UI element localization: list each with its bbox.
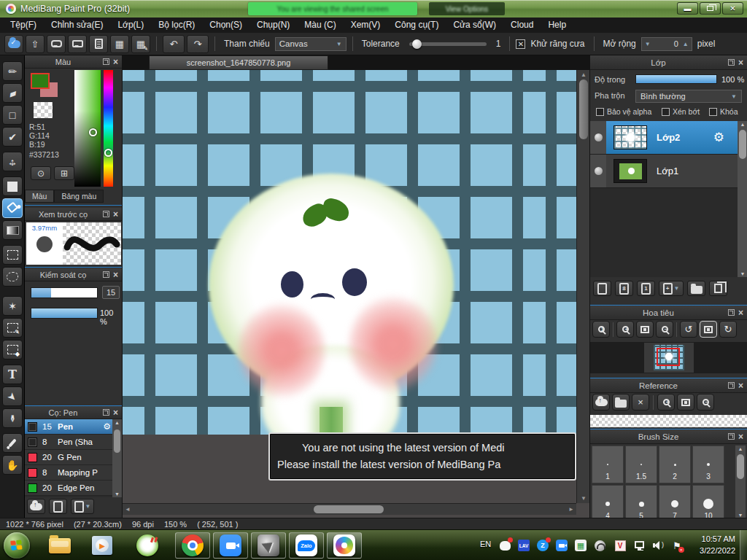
menu-select[interactable]: Chọn(S) (202, 18, 249, 33)
brush-list-scrollbar[interactable]: ▲ ▼ (112, 419, 122, 497)
reference-cloud-button[interactable] (592, 394, 610, 411)
start-button[interactable] (4, 532, 30, 559)
popout-icon[interactable] (103, 58, 109, 65)
menu-snap[interactable]: Chụp(N) (249, 18, 297, 33)
lasso-tool[interactable] (2, 267, 23, 287)
tolerance-slider[interactable] (409, 42, 487, 46)
tab-color[interactable]: Màu (25, 190, 54, 203)
reference-clear-button[interactable]: × (632, 394, 649, 411)
layer-list-scrollbar[interactable]: ▲ ▼ (738, 121, 747, 277)
size-cell-4[interactable]: 4 (592, 485, 624, 518)
expand-spinner[interactable]: ▼ 0 ▲ (641, 37, 692, 51)
layer-folder-button[interactable] (687, 281, 705, 296)
zoom-in-button[interactable]: + (616, 321, 634, 338)
menu-layer[interactable]: Lớp(L) (110, 18, 151, 33)
brush-cloud-button[interactable] (27, 499, 45, 514)
document-button[interactable] (89, 35, 108, 53)
menu-window[interactable]: Cửa sổ(W) (446, 18, 503, 33)
scroll-down-icon[interactable]: ▼ (738, 271, 747, 276)
scroll-left-icon[interactable]: ◄ (125, 506, 131, 513)
rotate-ccw-button[interactable]: ↺ (680, 321, 697, 338)
stylus-tool[interactable]: ✒ (2, 408, 23, 428)
layer-opacity-slider[interactable] (635, 74, 717, 84)
reset-rotation-button[interactable] (700, 321, 717, 338)
menu-cloud[interactable]: Cloud (503, 18, 541, 33)
scrollbar-thumb[interactable] (737, 454, 744, 479)
taskbar-chrome[interactable] (175, 532, 210, 559)
add-layer-menu-button[interactable]: +▼ (659, 281, 684, 296)
text-tool[interactable]: T (2, 365, 23, 384)
tray-action-center[interactable]: ⚑× (671, 540, 683, 551)
scroll-up-icon[interactable]: ▲ (112, 420, 122, 425)
close-icon[interactable]: × (738, 381, 743, 390)
new-1bit-layer-button[interactable]: 1 (637, 281, 655, 296)
select-eraser-tool[interactable]: ◆ (2, 340, 23, 359)
canvas-horizontal-scrollbar[interactable]: ◄ ► (123, 503, 576, 515)
spinner-down-icon[interactable]: ▼ (645, 41, 651, 47)
navigator-thumbnail[interactable] (644, 343, 694, 373)
zoom-100-button[interactable]: 1 (592, 321, 610, 338)
scroll-up-icon[interactable]: ▲ (738, 122, 747, 127)
close-icon[interactable]: × (738, 58, 743, 67)
select-pen-tool[interactable]: ✎ (2, 318, 23, 338)
sv-cursor[interactable] (89, 128, 97, 136)
tray-app-grid[interactable]: ▦ (575, 540, 587, 551)
eraser-tool[interactable]: ▰ (2, 83, 23, 103)
popout-icon[interactable] (103, 409, 109, 416)
upload-button[interactable]: ⇧ (26, 35, 44, 53)
reference-fit-button[interactable] (677, 394, 694, 411)
tray-network[interactable] (633, 540, 645, 551)
fill-rect-tool[interactable] (2, 176, 23, 196)
popout-icon[interactable] (728, 309, 735, 316)
menu-file[interactable]: Tệp(F) (3, 18, 44, 33)
close-button[interactable]: ✕ (722, 2, 743, 15)
tray-mouse-utility[interactable] (594, 540, 605, 551)
eyedropper-tool[interactable] (2, 433, 23, 453)
popout-icon[interactable] (728, 59, 735, 66)
gradient-tool[interactable] (2, 220, 23, 240)
popout-icon[interactable] (728, 382, 735, 389)
cloud-sync-button[interactable] (4, 35, 23, 53)
taskbar-coccoc[interactable] (133, 532, 162, 559)
rotate-cw-button[interactable]: ↻ (719, 321, 737, 338)
menu-edit[interactable]: Chỉnh sửa(E) (44, 18, 110, 33)
timeline-button[interactable]: ▦ (110, 35, 129, 53)
bucket-tool[interactable] (2, 198, 23, 218)
scrollbar-thumb[interactable] (114, 429, 120, 453)
protect-alpha-checkbox[interactable]: Bảo vệ alpha (596, 107, 651, 116)
clipping-checkbox[interactable]: Xén bớt (662, 107, 700, 116)
scroll-right-icon[interactable]: ► (568, 506, 574, 513)
reference-zoom-out-button[interactable]: − (697, 394, 714, 411)
reference-zoom-in-button[interactable]: + (657, 394, 675, 411)
popout-icon[interactable] (728, 433, 735, 440)
minimize-button[interactable]: ▬ (677, 2, 698, 15)
scrollbar-thumb[interactable] (314, 505, 384, 513)
polyline-tool[interactable]: ✔ (2, 127, 23, 147)
move-tool[interactable]: ↔↕ (2, 152, 23, 171)
size-cell-7[interactable]: 7 (659, 485, 691, 518)
new-8bit-layer-button[interactable]: 8 (615, 281, 633, 296)
menu-tools[interactable]: Công cụ(T) (387, 18, 446, 33)
taskbar-clock[interactable]: 10:57 AM 3/22/2022 (700, 533, 735, 556)
popout-icon[interactable] (103, 271, 109, 278)
brush-settings-gear-icon[interactable]: ⚙ (103, 421, 111, 432)
spinner-up-icon[interactable]: ▲ (683, 41, 689, 47)
menu-view[interactable]: Xem(V) (344, 18, 388, 33)
scroll-up-icon[interactable]: ▲ (577, 71, 589, 78)
taskbar-medibang[interactable] (327, 532, 362, 559)
brush-size-scrollbar[interactable]: ▲ ▼ (735, 446, 746, 518)
viewport-rectangle[interactable] (657, 348, 680, 366)
select-tool[interactable] (2, 245, 23, 265)
brush-row-pen-sharp[interactable]: 8 Pen (Sha (25, 435, 113, 450)
tolerance-slider-knob[interactable] (412, 39, 422, 49)
tab-palette[interactable]: Bảng màu (54, 190, 104, 203)
blend-mode-dropdown[interactable]: Bình thường ▼ (635, 90, 742, 103)
canvas-vertical-scrollbar[interactable]: ▲ ▼ (576, 70, 589, 503)
taskbar-media-player[interactable]: ▶ (88, 532, 117, 559)
scroll-down-icon[interactable]: ▼ (735, 513, 746, 518)
add-brush-button[interactable] (49, 499, 67, 514)
taskbar-zalo[interactable]: Zalo (289, 532, 324, 559)
reference-open-button[interactable] (612, 394, 630, 411)
show-desktop-button[interactable] (740, 530, 747, 560)
foreground-color-swatch[interactable] (31, 73, 50, 89)
